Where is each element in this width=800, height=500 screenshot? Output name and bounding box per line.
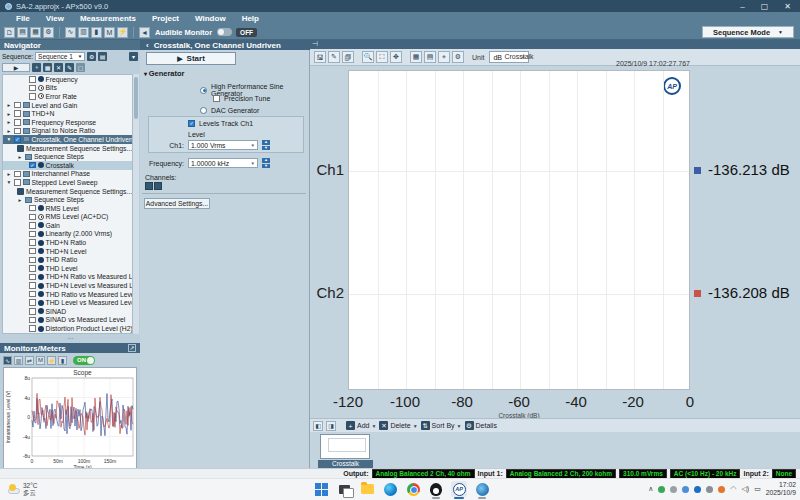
tree-item[interactable]: THD+N Ratio vs Measured Level: [3, 273, 132, 282]
input1-filter-badge[interactable]: AC (<10 Hz) - 20 kHz: [670, 469, 741, 479]
tree-item[interactable]: THD+N Level: [3, 247, 132, 256]
qq-tray-icon[interactable]: [658, 486, 665, 493]
advanced-settings-button[interactable]: Advanced Settings...: [144, 198, 210, 209]
panel-splitter[interactable]: ⋯: [0, 336, 140, 343]
qq-button[interactable]: [428, 481, 444, 497]
frequency-input[interactable]: 1.00000 kHz ▼: [188, 158, 258, 168]
expand-icon[interactable]: ▸: [6, 111, 12, 117]
monitor-on-toggle[interactable]: ON: [73, 356, 95, 365]
battery-icon[interactable]: ▭: [754, 485, 761, 493]
wifi-icon[interactable]: ◠: [730, 485, 736, 493]
tree-item[interactable]: Bits: [3, 84, 132, 93]
tree-item-checkbox[interactable]: [29, 274, 36, 281]
bluetooth-tray-icon[interactable]: [694, 486, 701, 493]
collapse-icon[interactable]: ▾: [6, 179, 12, 185]
tree-item-checkbox[interactable]: [14, 128, 21, 135]
project-settings-icon[interactable]: ⚙: [43, 27, 54, 38]
expand-icon[interactable]: ▸: [6, 128, 12, 134]
tree-item-checkbox[interactable]: [29, 239, 36, 246]
weather-tray-icon[interactable]: [682, 486, 689, 493]
tree-item[interactable]: ▸THD+N: [3, 109, 132, 118]
bar-meter-icon[interactable]: ▥: [78, 27, 89, 38]
collapse-icon[interactable]: ▾: [6, 136, 12, 142]
expand-icon[interactable]: ▸: [6, 102, 12, 108]
delete-graph-button[interactable]: ✕ Delete ▼: [379, 421, 417, 430]
tree-item-checkbox[interactable]: [29, 93, 36, 100]
speaker-icon[interactable]: ◁): [741, 485, 749, 493]
menu-item-measurements[interactable]: Measurements: [72, 14, 144, 23]
scrollbar-thumb[interactable]: [134, 77, 138, 119]
tree-item-checkbox[interactable]: [14, 179, 21, 186]
tree-item[interactable]: ▸Level and Gain: [3, 101, 132, 110]
back-chevron-icon[interactable]: ‹: [146, 41, 149, 50]
save-image-icon[interactable]: 🖫: [314, 51, 326, 63]
expand-icon[interactable]: ▸: [17, 197, 23, 203]
tree-item[interactable]: Frequency: [3, 75, 132, 84]
channel-1-button[interactable]: [145, 182, 153, 190]
tree-item-checkbox[interactable]: [29, 317, 36, 324]
sequence-settings-icon[interactable]: ⚙: [87, 52, 96, 61]
sequence-mode-button[interactable]: Sequence Mode ▼: [702, 26, 794, 38]
tree-item-checkbox[interactable]: [29, 291, 36, 298]
level-meter-icon[interactable]: ▮: [91, 27, 102, 38]
expand-icon[interactable]: ▸: [6, 119, 12, 125]
tree-item[interactable]: THD Ratio: [3, 255, 132, 264]
chart-plot-area[interactable]: AP: [348, 70, 690, 390]
dac-generator-radio[interactable]: DAC Generator: [200, 107, 259, 114]
fft-monitor-icon[interactable]: ⚡: [47, 356, 56, 365]
tree-item-checkbox[interactable]: [14, 110, 21, 117]
tree-item-checkbox[interactable]: [29, 76, 36, 83]
generator-section-header[interactable]: ▾ Generator: [144, 69, 185, 78]
tree-item-checkbox[interactable]: [29, 205, 36, 212]
delete-step-icon[interactable]: ✕: [54, 63, 63, 72]
open-project-icon[interactable]: ▤: [17, 27, 28, 38]
add-step-icon[interactable]: ▦: [43, 63, 52, 72]
next-graph-icon[interactable]: ◨: [326, 421, 336, 431]
save-project-icon[interactable]: ▦: [30, 27, 41, 38]
add-graph-button[interactable]: ＋ Add ▼: [346, 421, 376, 430]
new-project-icon[interactable]: 🗋: [4, 27, 15, 38]
tree-item-checkbox[interactable]: ✓: [29, 162, 36, 169]
rename-icon[interactable]: ✎: [65, 63, 74, 72]
meters-monitor-icon[interactable]: M: [36, 356, 45, 365]
close-button[interactable]: ✕: [784, 2, 791, 11]
graph-thumbnail[interactable]: Crosstalk: [318, 434, 373, 468]
tree-item[interactable]: THD Level: [3, 264, 132, 273]
levels-track-checkbox[interactable]: ✓ Levels Track Ch1: [188, 120, 253, 127]
bar-graph-monitor-icon[interactable]: ▥: [14, 356, 23, 365]
menu-item-view[interactable]: View: [38, 14, 72, 23]
tree-item[interactable]: ▸Signal to Noise Ratio: [3, 127, 132, 136]
tree-item-checkbox[interactable]: [29, 248, 36, 255]
tree-item[interactable]: ▸Frequency Response: [3, 118, 132, 127]
maximize-button[interactable]: ▢: [761, 2, 769, 11]
tree-item[interactable]: ✓Crosstalk: [3, 161, 132, 170]
frequency-stepper[interactable]: ▲▼: [262, 158, 270, 168]
tree-item-checkbox[interactable]: [14, 102, 21, 109]
ch1-level-stepper[interactable]: ▲▼: [262, 140, 270, 150]
sequence-select[interactable]: Sequence 1 ▼: [35, 52, 85, 61]
tree-item[interactable]: Gain: [3, 221, 132, 230]
sequence-help-icon[interactable]: ▾: [129, 52, 138, 61]
tree-item[interactable]: Linearity (2.000 Vrms): [3, 230, 132, 239]
tree-item[interactable]: Measurement Sequence Settings...: [3, 144, 132, 153]
tree-item[interactable]: THD+N Ratio: [3, 238, 132, 247]
taskbar-weather-widget[interactable]: 32°C 多云: [6, 482, 38, 496]
tree-item[interactable]: ▾Stepped Level Sweep: [3, 178, 132, 187]
menu-item-file[interactable]: File: [8, 14, 38, 23]
audible-monitor-toggle[interactable]: [217, 28, 232, 36]
tree-item[interactable]: SINAD vs Measured Level: [3, 316, 132, 325]
task-view-button[interactable]: [336, 481, 352, 497]
minimize-button[interactable]: –: [740, 2, 744, 11]
thumbnail-preview[interactable]: [320, 434, 370, 459]
analyzer-icon[interactable]: M: [104, 27, 115, 38]
tree-item-checkbox[interactable]: [29, 231, 36, 238]
tree-item[interactable]: Measurement Sequence Settings...: [3, 187, 132, 196]
details-button[interactable]: ⚙ Details: [465, 421, 497, 430]
input1-config-badge[interactable]: Analog Balanced 2 Ch, 200 kohm: [506, 469, 616, 479]
expand-icon[interactable]: ▸: [6, 171, 12, 177]
signal-monitor-icon[interactable]: ∿: [65, 27, 76, 38]
tree-item-checkbox[interactable]: ✓: [14, 136, 21, 143]
taskbar-clock[interactable]: 17:02 2025/10/9: [766, 481, 796, 497]
tree-item[interactable]: RMS Level: [3, 204, 132, 213]
tree-item-checkbox[interactable]: [29, 325, 36, 332]
